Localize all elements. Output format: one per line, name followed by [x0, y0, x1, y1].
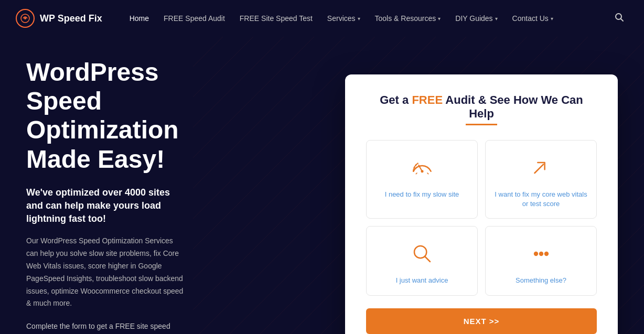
option-core-vitals-label: I want to fix my core web vitals or test…	[494, 190, 588, 209]
nav-contact[interactable]: Contact Us ▾	[506, 10, 560, 27]
svg-point-1	[24, 17, 26, 19]
card-title-underline	[466, 124, 497, 125]
hero-body: Our WordPress Speed Optimization Service…	[26, 235, 186, 310]
main-nav: WP Speed Fix Home FREE Speed Audit FREE …	[0, 0, 644, 37]
nav-home[interactable]: Home	[123, 10, 155, 27]
svg-point-6	[539, 252, 543, 256]
magnifier-icon	[407, 239, 437, 268]
nav-services[interactable]: Services ▾	[321, 10, 367, 27]
option-slow-site-label: I need to fix my slow site	[385, 190, 459, 199]
option-other[interactable]: Something else?	[485, 226, 597, 295]
card-title: Get a FREE Audit & See How We Can Help	[366, 93, 597, 121]
hero-heading: WordPress Speed Optimization Made Easy!	[26, 58, 186, 174]
speedometer-icon	[407, 153, 437, 182]
nav-speed-test[interactable]: FREE Site Speed Test	[233, 10, 319, 27]
logo-icon	[16, 9, 35, 28]
option-advice-label: I just want advice	[396, 276, 448, 285]
audit-card: Get a FREE Audit & See How We Can Help I…	[345, 74, 618, 334]
logo-text: WP Speed Fix	[40, 13, 102, 24]
diy-chevron-icon: ▾	[495, 16, 498, 21]
hero-left: WordPress Speed Optimization Made Easy! …	[26, 58, 186, 334]
contact-chevron-icon: ▾	[551, 16, 553, 21]
tools-chevron-icon: ▾	[438, 16, 441, 21]
svg-point-7	[544, 252, 548, 256]
nav-diy-guides[interactable]: DIY Guides ▾	[449, 10, 503, 27]
card-title-highlight: FREE	[412, 93, 443, 106]
next-button[interactable]: NEXT >>	[366, 308, 597, 334]
search-icon[interactable]	[610, 8, 628, 29]
nav-speed-audit[interactable]: FREE Speed Audit	[157, 10, 231, 27]
option-core-vitals[interactable]: I want to fix my core web vitals or test…	[485, 140, 597, 219]
services-chevron-icon: ▾	[358, 16, 360, 21]
option-other-label: Something else?	[516, 276, 566, 285]
svg-point-5	[533, 252, 538, 256]
svg-point-3	[421, 170, 423, 173]
hero-section: WordPress Speed Optimization Made Easy! …	[0, 37, 644, 334]
option-advice[interactable]: I just want advice	[366, 226, 478, 295]
hero-cta: Complete the form to get a FREE site spe…	[26, 320, 186, 334]
nav-tools[interactable]: Tools & Resources ▾	[369, 10, 447, 27]
option-slow-site[interactable]: I need to fix my slow site	[366, 140, 478, 219]
arrow-up-icon	[527, 153, 556, 182]
card-options-grid: I need to fix my slow site I want to fix…	[366, 140, 597, 296]
hero-subheading: We've optimized over 4000 sites and can …	[26, 186, 186, 226]
nav-links: Home FREE Speed Audit FREE Site Speed Te…	[123, 10, 610, 27]
site-logo[interactable]: WP Speed Fix	[16, 9, 102, 28]
dots-icon	[527, 239, 556, 268]
